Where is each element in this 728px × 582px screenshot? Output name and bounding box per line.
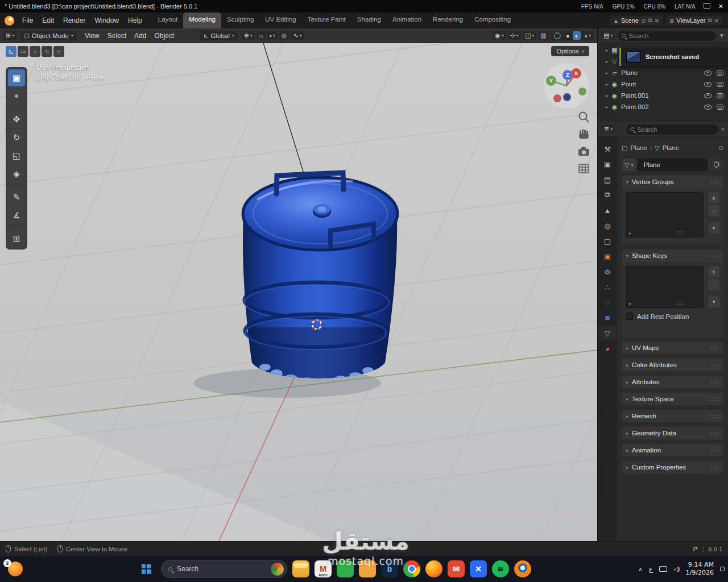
select-mode-tweak[interactable]: ◺ [6,46,16,57]
delete-viewlayer-icon[interactable]: ✕ [714,18,719,24]
workspace-tab-layout[interactable]: Layout [152,13,184,28]
panel-grip[interactable]: ∷∷ [710,447,719,454]
outliner-row[interactable]: ▸ ◉ Point.001 [598,90,728,101]
notification-center-icon[interactable] [720,567,725,571]
collapsed-panel-header[interactable]: ▸ Animation ∷∷ [622,444,723,456]
menu-item[interactable]: Render [59,13,90,28]
tab-material[interactable]: ◕ [599,342,616,355]
viewlayer-selector[interactable]: ≣ ViewLayer ⧉ ✕ [666,16,722,25]
workspace-tab-uv-editing[interactable]: UV Editing [259,13,301,28]
start-button[interactable] [136,559,156,579]
close-button[interactable]: ✕ [718,3,723,10]
expand-icon[interactable]: ▸ [606,105,608,110]
taskbar-green-app[interactable] [337,560,354,577]
select-mode-box[interactable]: ▭ [18,46,28,57]
taskbar-x-app[interactable]: ✕ [470,560,487,577]
menu-view[interactable]: View [81,32,104,40]
disable-render-icon[interactable] [717,82,723,87]
panel-grip[interactable]: ∷∷ [710,413,719,419]
mesh-browse-dropdown[interactable]: ▽▾ [622,159,636,171]
menu-item[interactable]: Window [90,13,123,28]
gizmo-neg-x-axis[interactable] [553,94,561,102]
taskbar-mail[interactable]: ✉ [448,560,465,577]
tab-tool[interactable]: ⚒ [599,142,616,156]
collapsed-panel-header[interactable]: ▸ Remesh ∷∷ [622,410,723,422]
properties-search-input[interactable]: Search [626,124,718,135]
collapsed-panel-header[interactable]: ▸ Custom Properties ∷∷ [622,461,723,473]
panel-grip[interactable]: ∷∷ [710,362,719,368]
tool-annotate[interactable]: ✎ [8,189,25,206]
shape-keys-header[interactable]: ▾ Shape Keys ∷∷ [622,250,723,262]
taskbar-m365[interactable]: M M365 [315,560,332,577]
panel-grip[interactable]: ∷∷ [710,379,719,385]
blender-logo-icon[interactable] [5,16,14,26]
taskbar-firefox[interactable] [425,560,442,577]
taskbar-search-input[interactable]: Search [161,560,287,578]
tool-move[interactable]: ✥ [8,111,25,128]
expand-icon[interactable]: ▸ [606,48,608,53]
add-rest-position-checkbox[interactable] [626,313,633,320]
tab-world[interactable]: ◍ [599,219,616,232]
collapsed-panel-header[interactable]: ▸ UV Maps ∷∷ [622,342,723,354]
navigation-gizmo[interactable]: Z X Y [544,63,589,109]
3d-viewport[interactable]: Z X Y [0,43,597,541]
delete-scene-icon[interactable]: ✕ [655,18,659,24]
outliner-row[interactable]: ▸ ◉ Point [598,78,728,90]
hide-eye-icon[interactable] [704,70,712,76]
vertex-group-specials-button[interactable]: ▾ [708,222,719,234]
select-mode-circle[interactable]: ○ [30,46,40,57]
outliner-row[interactable]: ▸ ◉ Point.002 [598,101,728,113]
tab-object-data[interactable]: ▽ [599,326,616,340]
tool-add-primitive[interactable]: ⊞ [8,230,25,247]
gizmo-neg-y-axis[interactable] [578,88,586,95]
collapsed-panel-header[interactable]: ▸ Texture Space ∷∷ [622,393,723,405]
pin-id-icon[interactable]: ⊙ [718,144,723,152]
snap-toggle[interactable]: ∩ [257,31,266,40]
tool-rotate[interactable]: ↻ [8,129,25,146]
hide-eye-icon[interactable] [704,82,712,87]
workspace-tab-animation[interactable]: Animation [387,13,427,28]
proportional-falloff-dropdown[interactable]: ∿▾ [291,31,304,40]
remove-shape-key-button[interactable]: − [708,279,719,290]
list-grip[interactable]: ∷∷ [676,230,684,236]
outliner-row[interactable]: ▸ ▱ Plane [598,67,728,78]
panel-grip[interactable]: ∷∷ [710,345,719,351]
taskbar-clock[interactable]: 9:14 AM 1/9/2026 [686,561,714,577]
remove-vertex-group-button[interactable]: − [708,205,719,217]
outliner-editor-dropdown[interactable]: ▤▾ [601,31,615,40]
workspace-tab-compositing[interactable]: Compositing [469,13,516,28]
collapsed-panel-header[interactable]: ▸ Attributes ∷∷ [622,376,723,388]
tray-overflow-chevron[interactable]: ∧ [638,566,642,572]
workspace-tab-modeling[interactable]: Modeling [183,13,221,28]
collapsed-panel-header[interactable]: ▸ Geometry Data ∷∷ [622,427,723,439]
pin-icon[interactable]: ⊙ [641,18,646,24]
shading-rendered[interactable]: ◑▾ [581,31,593,40]
transform-orientation-dropdown[interactable]: ⊾Global▾ [200,31,238,40]
tool-select-box[interactable]: ▣ [8,69,25,86]
fake-user-button[interactable] [709,159,723,171]
expand-icon[interactable]: ▸ [606,70,608,76]
shading-material-preview[interactable]: ◐ [573,31,581,40]
pivot-point-dropdown[interactable]: ⊕▾ [242,31,255,40]
outliner-search-input[interactable]: Search [618,31,716,41]
tab-modifiers[interactable]: ⚙ [599,265,616,278]
gizmo-neg-z-axis[interactable] [564,94,571,101]
vertex-groups-header[interactable]: ▾ Vertex Groups ∷∷ [622,176,723,188]
menu-select[interactable]: Select [104,32,130,40]
panel-grip[interactable]: ∷∷ [710,396,719,402]
hide-eye-icon[interactable] [704,93,712,98]
properties-options-icon[interactable]: ▾ [722,127,724,132]
scene-selector[interactable]: ▲ Scene ⊙ ⧉ ✕ [610,16,663,25]
shading-solid[interactable]: ● [564,31,572,40]
add-shape-key-button[interactable]: + [708,266,719,277]
proportional-editing-toggle[interactable]: ◎ [279,31,289,40]
expand-icon[interactable]: ▸ [606,93,608,98]
language-indicator[interactable]: ع [649,565,653,573]
expand-icon[interactable]: ▸ [606,59,608,64]
breadcrumb-data[interactable]: Plane [663,144,679,151]
add-vertex-group-button[interactable]: + [708,192,719,203]
object-visibility-dropdown[interactable]: ◉▾ [493,31,506,40]
workspace-tab-shading[interactable]: Shading [351,13,387,28]
options-dropdown[interactable]: Options▾ [551,46,589,56]
expand-icon[interactable]: ▸ [606,82,608,87]
